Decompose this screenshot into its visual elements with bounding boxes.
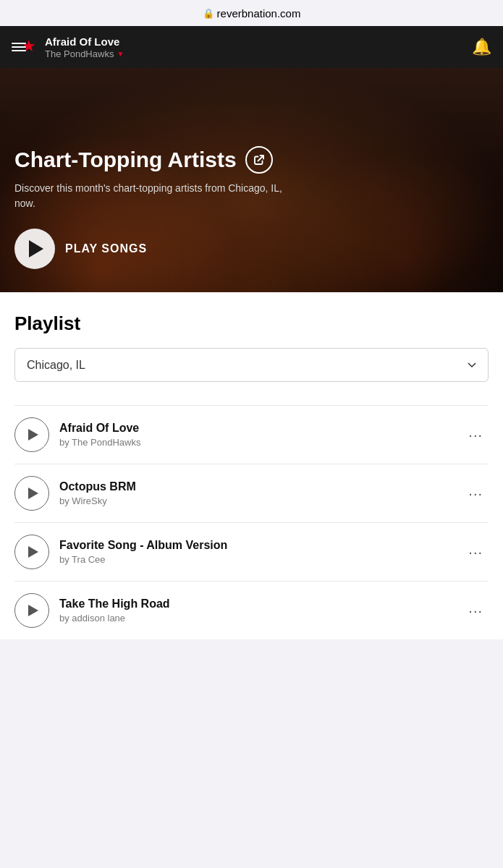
share-icon: [253, 153, 266, 166]
header-right: 🔔: [472, 38, 491, 56]
song-info-2: Favorite Song - Album Version by Tra Cee: [59, 539, 452, 565]
bell-icon[interactable]: 🔔: [472, 38, 491, 56]
playlist-item: Take The High Road by addison lane ···: [14, 581, 489, 639]
playlist-section-title: Playlist: [14, 312, 489, 335]
play-triangle-icon: [28, 429, 38, 441]
playlist-list: Afraid Of Love by The PondHawks ··· Octo…: [14, 405, 489, 639]
song-more-button-3[interactable]: ···: [462, 597, 489, 625]
song-play-button-0[interactable]: [14, 417, 49, 452]
share-button[interactable]: [245, 146, 273, 174]
play-songs-button[interactable]: PLAY SONGS: [14, 229, 147, 269]
song-play-button-3[interactable]: [14, 593, 49, 628]
hero-title-area: Chart-Topping Artists: [14, 146, 489, 174]
now-playing-info: Afraid Of Love The PondHawks ▼: [36, 35, 472, 60]
song-more-button-1[interactable]: ···: [462, 480, 489, 508]
play-songs-label: PLAY SONGS: [65, 242, 147, 255]
song-play-button-2[interactable]: [14, 535, 49, 569]
song-more-button-2[interactable]: ···: [462, 538, 489, 566]
song-title-3: Take The High Road: [59, 597, 452, 610]
song-info-1: Octopus BRM by WireSky: [59, 480, 452, 506]
song-title-1: Octopus BRM: [59, 480, 452, 493]
play-circle-icon: [14, 229, 55, 269]
song-title-0: Afraid Of Love: [59, 422, 452, 435]
main-content: Playlist Chicago, IL New York, NY Los An…: [0, 292, 503, 639]
menu-logo[interactable]: [12, 43, 26, 51]
play-triangle-icon: [28, 488, 38, 499]
song-artist-3: by addison lane: [59, 613, 452, 624]
hero-title-text: Chart-Topping Artists: [14, 147, 237, 173]
song-artist-1: by WireSky: [59, 495, 452, 506]
header-artist: The PondHawks ▼: [45, 48, 472, 59]
play-triangle-icon: [28, 605, 38, 616]
song-artist-2: by Tra Cee: [59, 554, 452, 565]
hamburger-icon: [12, 43, 26, 51]
hero-content: Chart-Topping Artists Discover this mont…: [14, 146, 489, 269]
hero-description: Discover this month's chart-topping arti…: [14, 181, 304, 211]
header-song-title: Afraid Of Love: [45, 35, 472, 49]
logo-area: ★: [12, 38, 36, 56]
browser-url: reverbnation.com: [217, 7, 301, 20]
browser-bar: 🔒 reverbnation.com: [0, 0, 503, 26]
song-play-button-1[interactable]: [14, 476, 49, 511]
play-triangle-icon: [28, 546, 38, 558]
hero-banner: Chart-Topping Artists Discover this mont…: [0, 68, 503, 292]
dropdown-arrow-icon: ▼: [117, 50, 124, 58]
song-artist-0: by The PondHawks: [59, 437, 452, 448]
song-info-0: Afraid Of Love by The PondHawks: [59, 422, 452, 448]
lock-icon: 🔒: [203, 8, 214, 19]
playlist-item: Octopus BRM by WireSky ···: [14, 464, 489, 522]
playlist-item: Favorite Song - Album Version by Tra Cee…: [14, 522, 489, 581]
song-more-button-0[interactable]: ···: [462, 421, 489, 449]
song-title-2: Favorite Song - Album Version: [59, 539, 452, 552]
location-dropdown[interactable]: Chicago, IL New York, NY Los Angeles, CA…: [14, 348, 489, 382]
playlist-item: Afraid Of Love by The PondHawks ···: [14, 405, 489, 464]
play-triangle-icon: [29, 240, 43, 258]
header-nav: ★ Afraid Of Love The PondHawks ▼ 🔔: [0, 26, 503, 68]
song-info-3: Take The High Road by addison lane: [59, 597, 452, 624]
